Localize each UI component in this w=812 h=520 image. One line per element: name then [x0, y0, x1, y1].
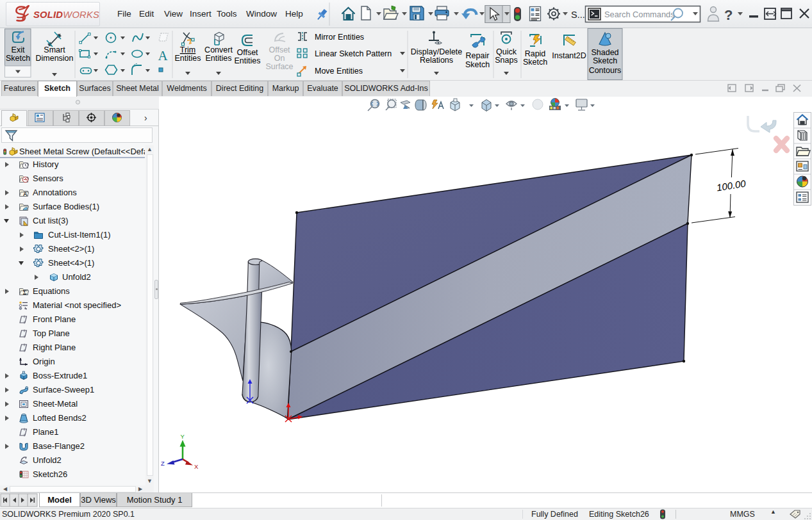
svg-text:Y: Y [181, 433, 185, 440]
svg-text:Linear Sketch Pattern: Linear Sketch Pattern [315, 49, 392, 58]
svg-text:Sketch: Sketch [593, 56, 617, 65]
svg-text:Search Commands: Search Commands [604, 10, 675, 19]
svg-text:Entities: Entities [206, 54, 232, 63]
svg-text:Offset: Offset [269, 45, 290, 54]
svg-text:A: A [158, 48, 168, 63]
svg-text:Z: Z [161, 460, 165, 467]
svg-text:?: ? [724, 7, 733, 23]
svg-text:Relations: Relations [420, 56, 453, 65]
svg-text:Exit: Exit [12, 45, 25, 54]
svg-text:Sketch: Sketch [6, 54, 30, 63]
svg-text:SOLIDWORKS: SOLIDWORKS [33, 10, 99, 20]
svg-text:Smart: Smart [44, 45, 65, 54]
svg-text:100.00: 100.00 [716, 177, 747, 193]
svg-text:Mirror Entities: Mirror Entities [315, 33, 364, 42]
svg-text:Surface: Surface [265, 62, 293, 71]
svg-text:Shaded: Shaded [591, 48, 618, 57]
svg-text:Repair: Repair [466, 51, 490, 60]
svg-text:Contours: Contours [589, 66, 622, 75]
svg-text:Move Entities: Move Entities [315, 67, 363, 76]
svg-text:Dimension: Dimension [35, 54, 73, 63]
svg-text:Sketch: Sketch [523, 58, 547, 67]
svg-text:Snaps: Snaps [495, 56, 517, 65]
svg-text:Entities: Entities [235, 56, 261, 65]
svg-text:On: On [274, 54, 285, 63]
svg-text:Sketch: Sketch [465, 60, 490, 69]
svg-text:Entities: Entities [175, 54, 201, 63]
svg-text:Instant2D: Instant2D [552, 51, 586, 60]
svg-text:Offset: Offset [236, 48, 258, 57]
svg-text:Rapid: Rapid [525, 49, 546, 58]
svg-text:X: X [194, 463, 199, 470]
svg-text:S...: S... [571, 10, 585, 20]
